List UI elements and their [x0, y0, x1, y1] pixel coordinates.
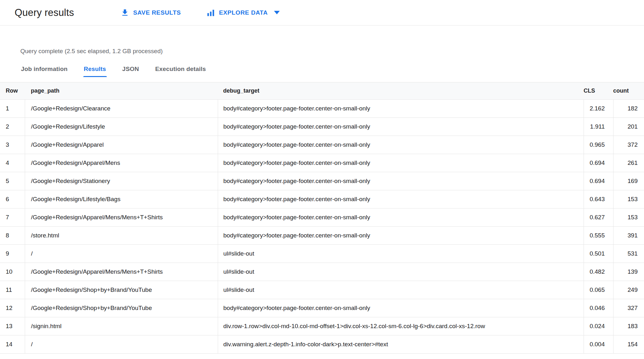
cell-row: 6	[0, 190, 25, 208]
table-row: 10/Google+Redesign/Apparel/Mens/Mens+T+S…	[0, 263, 644, 281]
cell-row: 11	[0, 281, 25, 299]
column-header-debug-target: debug_target	[218, 82, 584, 100]
cell-debug-target: ul#slide-out	[218, 263, 584, 281]
table-row: 5/Google+Redesign/Stationerybody#categor…	[0, 172, 644, 190]
cell-count: 182	[613, 100, 644, 118]
header-row: Row page_path debug_target CLS count	[0, 82, 644, 100]
cell-page-path: /store.html	[25, 227, 218, 245]
cell-count: 391	[613, 227, 644, 245]
column-header-row: Row	[0, 82, 25, 100]
cell-debug-target: body#category>footer.page-footer.center-…	[218, 227, 584, 245]
cell-row: 9	[0, 245, 25, 263]
cell-row: 10	[0, 263, 25, 281]
cell-row: 4	[0, 154, 25, 172]
tab-json[interactable]: JSON	[122, 66, 140, 77]
cell-row: 5	[0, 172, 25, 190]
save-results-label: SAVE RESULTS	[133, 9, 181, 16]
tab-results[interactable]: Results	[83, 66, 107, 77]
table-row: 4/Google+Redesign/Apparel/Mensbody#categ…	[0, 154, 644, 172]
cell-count: 154	[613, 335, 644, 354]
cell-debug-target: ul#slide-out	[218, 245, 584, 263]
cell-cls: 0.482	[584, 263, 613, 281]
cell-page-path: /Google+Redesign/Apparel	[25, 136, 218, 154]
cell-cls: 0.555	[584, 227, 613, 245]
table-row: 7/Google+Redesign/Apparel/Mens/Mens+T+Sh…	[0, 208, 644, 227]
cell-debug-target: body#category>footer.page-footer.center-…	[218, 299, 584, 317]
results-tab-bar: Job information Results JSON Execution d…	[0, 66, 644, 77]
cell-count: 249	[613, 281, 644, 299]
cell-row: 14	[0, 335, 25, 354]
table-row: 13/signin.htmldiv.row-1.row>div.col-md-1…	[0, 317, 644, 335]
cell-cls: 0.501	[584, 245, 613, 263]
cell-page-path: /	[25, 245, 218, 263]
cell-page-path: /Google+Redesign/Apparel/Mens/Mens+T+Shi…	[25, 263, 218, 281]
cell-page-path: /signin.html	[25, 317, 218, 335]
query-status-text: Query complete (2.5 sec elapsed, 1.2 GB …	[0, 25, 644, 55]
table-row: 12/Google+Redesign/Shop+by+Brand/YouTube…	[0, 299, 644, 317]
cell-count: 531	[613, 245, 644, 263]
table-row: 8/store.htmlbody#category>footer.page-fo…	[0, 227, 644, 245]
cell-count: 327	[613, 299, 644, 317]
cell-cls: 1.911	[584, 118, 613, 136]
cell-row: 13	[0, 317, 25, 335]
cell-cls: 0.694	[584, 154, 613, 172]
table-row: 1/Google+Redesign/Clearancebody#category…	[0, 100, 644, 118]
cell-page-path: /Google+Redesign/Apparel/Mens	[25, 154, 218, 172]
caret-down-icon	[274, 11, 280, 14]
table-row: 6/Google+Redesign/Lifestyle/Bagsbody#cat…	[0, 190, 644, 208]
column-header-count: count	[613, 82, 644, 100]
cell-count: 153	[613, 190, 644, 208]
cell-cls: 0.965	[584, 136, 613, 154]
cell-page-path: /Google+Redesign/Apparel/Mens/Mens+T+Shi…	[25, 208, 218, 227]
cell-page-path: /Google+Redesign/Clearance	[25, 100, 218, 118]
cell-cls: 0.694	[584, 172, 613, 190]
cell-cls: 0.024	[584, 317, 613, 335]
cell-cls: 0.004	[584, 335, 613, 354]
cell-count: 261	[613, 154, 644, 172]
cell-debug-target: body#category>footer.page-footer.center-…	[218, 208, 584, 227]
results-table-body: 1/Google+Redesign/Clearancebody#category…	[0, 100, 644, 354]
explore-data-button[interactable]: EXPLORE DATA	[206, 8, 280, 17]
results-table: Row page_path debug_target CLS count 1/G…	[0, 82, 644, 354]
table-row: 3/Google+Redesign/Apparelbody#category>f…	[0, 136, 644, 154]
column-header-cls: CLS	[584, 82, 613, 100]
cell-debug-target: body#category>footer.page-footer.center-…	[218, 118, 584, 136]
cell-count: 169	[613, 172, 644, 190]
cell-row: 12	[0, 299, 25, 317]
cell-cls: 0.065	[584, 281, 613, 299]
cell-debug-target: ul#slide-out	[218, 281, 584, 299]
cell-page-path: /Google+Redesign/Stationery	[25, 172, 218, 190]
cell-cls: 2.162	[584, 100, 613, 118]
cell-cls: 0.627	[584, 208, 613, 227]
save-results-button[interactable]: SAVE RESULTS	[120, 8, 181, 17]
cell-cls: 0.046	[584, 299, 613, 317]
cell-count: 201	[613, 118, 644, 136]
cell-row: 2	[0, 118, 25, 136]
cell-page-path: /	[25, 335, 218, 354]
results-table-header: Row page_path debug_target CLS count	[0, 82, 644, 100]
page-title: Query results	[15, 7, 74, 18]
tab-job-information[interactable]: Job information	[20, 66, 68, 77]
cell-debug-target: body#category>footer.page-footer.center-…	[218, 136, 584, 154]
explore-data-label: EXPLORE DATA	[219, 9, 268, 16]
cell-row: 3	[0, 136, 25, 154]
cell-debug-target: body#category>footer.page-footer.center-…	[218, 172, 584, 190]
cell-count: 153	[613, 208, 644, 227]
cell-page-path: /Google+Redesign/Shop+by+Brand/YouTube	[25, 299, 218, 317]
table-row: 2/Google+Redesign/Lifestylebody#category…	[0, 118, 644, 136]
cell-count: 183	[613, 317, 644, 335]
cell-row: 7	[0, 208, 25, 227]
cell-page-path: /Google+Redesign/Lifestyle/Bags	[25, 190, 218, 208]
bar-chart-icon	[206, 8, 215, 17]
cell-debug-target: div.warning.alert.z-depth-1.info-color-d…	[218, 335, 584, 354]
cell-count: 372	[613, 136, 644, 154]
column-header-page-path: page_path	[25, 82, 218, 100]
cell-cls: 0.643	[584, 190, 613, 208]
table-row: 14/div.warning.alert.z-depth-1.info-colo…	[0, 335, 644, 354]
cell-debug-target: div.row-1.row>div.col-md-10.col-md-offse…	[218, 317, 584, 335]
tab-execution-details[interactable]: Execution details	[154, 66, 207, 77]
cell-debug-target: body#category>footer.page-footer.center-…	[218, 100, 584, 118]
table-row: 11/Google+Redesign/Shop+by+Brand/YouTube…	[0, 281, 644, 299]
download-icon	[120, 8, 129, 17]
cell-count: 139	[613, 263, 644, 281]
